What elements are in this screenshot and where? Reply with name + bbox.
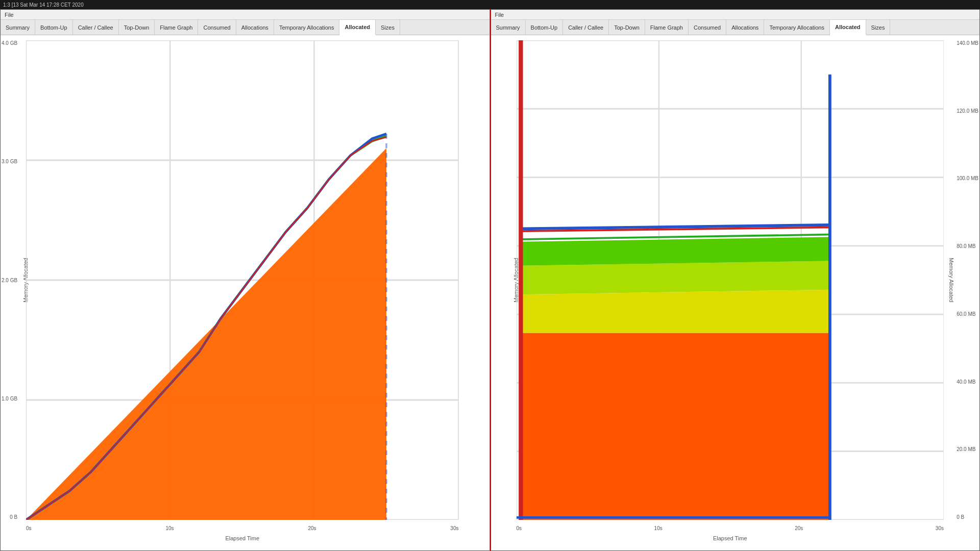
left-chart-area: Memory Allocated 0 B 1.0 GB 2.0 GB 3.0 G… [1,35,489,550]
right-menu-bar: File [491,10,980,20]
y-tick-3gb-left: 3.0 GB [2,159,17,164]
y-tick-100mb-right: 100.0 MB [957,176,978,181]
right-x-ticks: 0s 10s 20s 30s [517,525,944,531]
right-x-axis-label: Elapsed Time [713,535,747,541]
tab-top-down-right[interactable]: Top-Down [609,20,645,35]
left-panel: File Summary Bottom-Up Caller / Callee T… [0,9,490,551]
left-x-ticks: 0s 10s 20s 30s [26,525,459,531]
panels-container: File Summary Bottom-Up Caller / Callee T… [0,9,980,551]
title-bar: 1:3 [13 Sat Mar 14 17:28 CET 2020 [0,0,980,9]
tab-flame-graph-left[interactable]: Flame Graph [155,20,198,35]
y-tick-80mb-right: 80.0 MB [957,243,975,249]
right-chart-svg [517,40,944,520]
y-tick-0b-right: 0 B [957,514,964,520]
x-tick-30s-left: 30s [450,525,458,531]
tab-sizes-right[interactable]: Sizes [866,20,891,35]
right-y-axis-rotated: Memory Allocated [948,258,954,302]
svg-marker-24 [521,290,830,333]
x-tick-10s-right: 10s [654,525,663,531]
tab-temporary-allocations-right[interactable]: Temporary Allocations [764,20,830,35]
tab-consumed-left[interactable]: Consumed [198,20,236,35]
tab-sizes-left[interactable]: Sizes [376,20,400,35]
right-chart-inner: Memory Allocated 0 B 20.0 MB 40.0 MB 60.… [517,40,944,520]
svg-marker-25 [521,261,830,294]
x-tick-10s-left: 10s [165,525,174,531]
x-tick-0s-left: 0s [26,525,32,531]
y-tick-1gb-left: 1.0 GB [2,396,17,402]
title-text: 1:3 [13 Sat Mar 14 17:28 CET 2020 [3,2,84,8]
tab-caller-callee-right[interactable]: Caller / Callee [563,20,609,35]
tab-summary-left[interactable]: Summary [1,20,35,35]
x-tick-30s-right: 30s [936,525,944,531]
x-tick-0s-right: 0s [517,525,522,531]
svg-marker-26 [521,237,830,265]
y-tick-4gb-left: 4.0 GB [2,40,17,46]
right-chart-area: Memory Allocated 0 B 20.0 MB 40.0 MB 60.… [491,35,980,550]
left-y-ticks: 0 B 1.0 GB 2.0 GB 3.0 GB 4.0 GB [2,40,17,520]
left-tab-bar: Summary Bottom-Up Caller / Callee Top-Do… [1,20,489,35]
x-tick-20s-left: 20s [308,525,316,531]
tab-temporary-allocations-left[interactable]: Temporary Allocations [274,20,340,35]
y-tick-2gb-left: 2.0 GB [2,278,17,283]
tab-allocations-left[interactable]: Allocations [236,20,274,35]
y-tick-120mb-right: 120.0 MB [957,108,978,114]
right-tab-bar: Summary Bottom-Up Caller / Callee Top-Do… [491,20,980,35]
tab-summary-right[interactable]: Summary [491,20,526,35]
right-file-menu[interactable]: File [493,12,506,18]
tab-allocated-right[interactable]: Allocated [830,20,866,35]
tab-consumed-right[interactable]: Consumed [689,20,726,35]
right-panel: File Summary Bottom-Up Caller / Callee T… [490,9,981,551]
svg-marker-9 [26,148,386,520]
left-chart-svg [26,40,459,520]
tab-top-down-left[interactable]: Top-Down [119,20,155,35]
x-tick-20s-right: 20s [795,525,803,531]
left-chart-inner: Memory Allocated 0 B 1.0 GB 2.0 GB 3.0 G… [26,40,459,520]
y-tick-60mb-right: 60.0 MB [957,311,975,317]
tab-bottom-up-left[interactable]: Bottom-Up [35,20,73,35]
y-tick-0b-left: 0 B [10,514,17,520]
y-tick-140mb-right: 140.0 MB [957,40,978,46]
left-x-axis-label: Elapsed Time [225,535,259,541]
left-file-menu[interactable]: File [3,12,16,18]
svg-marker-23 [521,333,830,520]
tab-flame-graph-right[interactable]: Flame Graph [645,20,689,35]
right-y-ticks: 0 B 20.0 MB 40.0 MB 60.0 MB 80.0 MB 100.… [957,40,978,520]
left-menu-bar: File [1,10,489,20]
tab-allocations-right[interactable]: Allocations [726,20,764,35]
tab-allocated-left[interactable]: Allocated [339,20,376,35]
y-tick-40mb-right: 40.0 MB [957,379,975,385]
tab-caller-callee-left[interactable]: Caller / Callee [73,20,119,35]
tab-bottom-up-right[interactable]: Bottom-Up [526,20,564,35]
y-tick-20mb-right: 20.0 MB [957,446,975,452]
